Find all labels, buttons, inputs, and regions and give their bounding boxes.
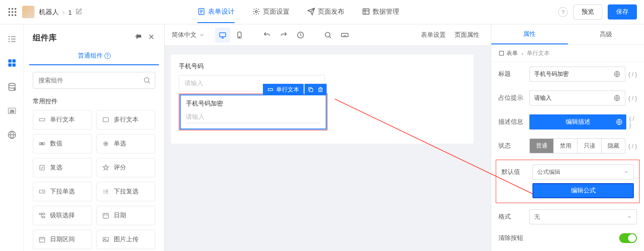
status-radio: 普通 禁用 只读 隐藏 [529,138,625,153]
copy-icon[interactable] [306,85,315,94]
formula-tag[interactable]: { / } [628,95,637,102]
formula-tag[interactable]: { / } [628,143,637,149]
canvas[interactable]: 手机号码 请输入 单行文本 [165,46,491,251]
format-select[interactable]: 无 [529,209,637,224]
widget-date[interactable]: 日期 [96,206,156,225]
title-input[interactable]: 手机号码加密 [529,67,625,82]
pin-icon[interactable] [134,33,142,43]
svg-point-4 [12,11,13,13]
device-desktop-icon[interactable] [215,27,230,43]
undo-icon[interactable] [259,27,274,43]
close-icon[interactable] [147,33,155,43]
widget-radio[interactable]: 单选 [96,134,156,153]
edit-formula-button[interactable]: 编辑公式 [532,183,634,198]
avatar[interactable] [22,6,35,18]
widget-textarea[interactable]: 多行文本 [96,110,156,129]
prop-title: 标题 手机号码加密 { / } [491,62,644,86]
rail-globe-icon[interactable] [6,129,18,141]
selected-placeholder: 请输入 [186,111,320,123]
edit-icon[interactable] [75,8,82,16]
language-select[interactable]: 简体中文 [167,31,209,39]
widget-cascader[interactable]: 级联选择 [33,206,92,225]
keyboard-icon[interactable] [337,27,352,43]
status-hidden[interactable]: 隐藏 [602,139,625,153]
redo-icon[interactable] [276,27,291,43]
header-tabs: 表单设计 页面设置 页面发布 数据管理 [197,1,399,23]
crumb-form[interactable]: 表单 [498,49,518,57]
save-button[interactable]: 保存 [608,4,637,20]
selected-header: 单行文本 [263,84,327,95]
svg-text:09: 09 [41,143,43,145]
zoom-icon[interactable] [320,27,335,43]
formula-tag[interactable]: { / } [629,115,637,129]
tab-page-publish[interactable]: 页面发布 [307,1,344,23]
help-icon[interactable]: ? [558,7,568,17]
tab-data-manage[interactable]: 数据管理 [362,1,399,23]
history-icon[interactable] [293,27,308,43]
svg-point-1 [12,8,13,10]
default-select[interactable]: 公式编辑 [532,165,634,180]
svg-rect-37 [220,32,226,36]
chevron-down-icon [199,32,204,38]
selected-chip[interactable]: 单行文本 [263,84,304,95]
svg-point-41 [325,32,330,37]
sidebar-title: 组件库 [33,32,57,43]
svg-rect-30 [39,213,42,215]
device-mobile-icon[interactable] [232,27,247,43]
globe-icon[interactable] [613,94,621,102]
props-tab-attr[interactable]: 属性 [491,24,568,44]
svg-rect-34 [39,237,45,242]
svg-rect-47 [499,51,503,55]
delete-icon[interactable] [316,85,325,94]
widget-text[interactable]: 单行文本 [33,110,92,129]
rail-components-icon[interactable] [6,57,18,69]
svg-rect-28 [40,165,45,170]
tab-page-settings[interactable]: 页面设置 [252,1,289,23]
widget-rate[interactable]: 评分 [96,158,156,177]
selected-field[interactable]: 单行文本 手机号码加密 请输入 [180,94,327,129]
clear-button-switch[interactable] [619,233,637,243]
rail-js-icon[interactable]: JS [6,105,18,117]
page-attrs-link[interactable]: 页面属性 [455,31,479,39]
props-tab-advanced[interactable]: 高级 [568,24,644,44]
placeholder-input[interactable]: 请输入 [529,90,625,106]
widget-select[interactable]: 下拉单选 [33,182,92,201]
rail-data-icon[interactable] [6,81,18,93]
default-value-annotation: 默认值 公式编辑 编辑公式 [496,160,640,203]
svg-rect-13 [12,59,15,63]
sidebar-tab-normal[interactable]: 普通组件 ? [29,47,159,65]
svg-point-5 [15,11,16,13]
props-breadcrumb: 表单 › 单行文本 [491,45,644,62]
svg-rect-14 [8,63,11,67]
widget-multiselect[interactable]: 下拉复选 [96,182,156,201]
search-input[interactable] [33,72,155,89]
status-normal[interactable]: 普通 [530,139,554,153]
app-name[interactable]: 机器人 [39,8,59,16]
left-rail: JS [0,24,24,251]
globe-icon[interactable] [613,71,621,78]
edit-description-button[interactable]: 编辑描述 [529,114,626,129]
apps-grid-icon[interactable] [7,7,18,17]
widget-checkbox[interactable]: 复选 [33,158,92,177]
formula-tag[interactable]: { / } [628,71,637,78]
page-number[interactable]: 1 [68,8,72,16]
search-icon [143,76,151,84]
field-label: 手机号码 [179,63,466,71]
widget-daterange[interactable]: 日期区间 [33,230,92,249]
rail-outline-icon[interactable] [6,33,18,45]
status-disabled[interactable]: 禁用 [554,139,578,153]
svg-text:JS: JS [9,110,14,114]
svg-point-16 [8,83,15,86]
preview-button[interactable]: 预览 [573,4,602,20]
tab-form-design[interactable]: 表单设计 [197,1,235,23]
history-group [253,27,314,43]
svg-point-0 [8,8,10,10]
form-settings-link[interactable]: 表单设置 [421,31,446,39]
widget-number[interactable]: 09数值 [33,134,92,153]
svg-point-7 [12,14,13,16]
crumb-field: 单行文本 [527,49,550,57]
widget-image[interactable]: 图片上传 [96,230,156,249]
sidebar-tabs: 普通组件 ? [29,47,159,66]
svg-rect-42 [342,33,348,37]
status-readonly[interactable]: 只读 [578,139,602,153]
